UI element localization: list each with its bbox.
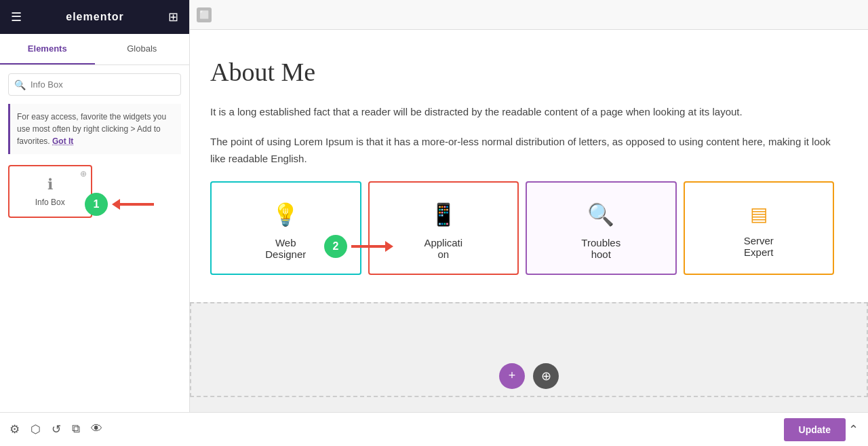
copy-icon[interactable]: ⧉	[72, 422, 80, 436]
panel-tabs: Elements Globals	[0, 34, 189, 65]
elementor-logo: elementor	[66, 11, 123, 23]
tab-globals[interactable]: Globals	[95, 34, 190, 64]
resize-handle[interactable]: ⬜	[197, 7, 212, 22]
card-application[interactable]: 📱 Application	[368, 181, 519, 275]
arrow-2	[351, 241, 393, 252]
canvas-para-1: It is a long established fact that a rea…	[210, 103, 834, 121]
search-bar: 🔍 Info Box	[8, 73, 181, 96]
tip-box: For easy access, favorite the widgets yo…	[8, 104, 181, 154]
panel-header: ☰ elementor ⊞	[0, 0, 189, 34]
canvas-top-bar: ⬜	[190, 0, 868, 30]
arrowhead-left	[112, 199, 120, 210]
canvas-area: ⬜ About Me It is a long established fact…	[190, 0, 868, 412]
card-label-1: Application	[424, 237, 462, 260]
info-cards-row: 💡 WebDesigner 📱 Application 🔍 Troublesho…	[210, 181, 834, 275]
got-it-link[interactable]: Got It	[52, 136, 73, 146]
toolbar-right: Update ⌃	[784, 418, 859, 441]
eye-icon[interactable]: 👁	[91, 422, 102, 436]
arrow-line-2	[351, 245, 385, 248]
infobox-icon: ℹ	[47, 176, 53, 193]
search-input[interactable]: Info Box	[8, 73, 181, 96]
card-server-expert[interactable]: ▤ ServerExpert	[684, 181, 835, 275]
toolbar-left: ⚙ ⬡ ↺ ⧉ 👁	[9, 422, 102, 436]
card-icon-3: ▤	[750, 203, 768, 225]
card-icon-0: 💡	[272, 202, 299, 227]
search-icon: 🔍	[14, 79, 26, 90]
canvas-para-2: The point of using Lorem Ipsum is that i…	[210, 133, 834, 168]
tip-text: For easy access, favorite the widgets yo…	[17, 112, 166, 146]
card-label-2: Troubleshoot	[581, 237, 620, 260]
card-icon-2: 🔍	[587, 202, 614, 227]
card-web-designer[interactable]: 💡 WebDesigner	[210, 181, 361, 275]
hamburger-icon[interactable]: ☰	[11, 10, 22, 24]
history-icon[interactable]: ↺	[52, 422, 61, 436]
layers-icon[interactable]: ⬡	[31, 422, 41, 436]
drag-handle-icon: ⊕	[80, 169, 87, 179]
card-icon-1: 📱	[430, 202, 457, 227]
arrow-2-group: 2	[324, 235, 393, 258]
badge-1: 1	[85, 193, 108, 216]
arrowhead-right	[385, 241, 393, 252]
infobox-label: Info Box	[35, 198, 65, 207]
tab-elements[interactable]: Elements	[0, 34, 95, 64]
widget-infobox[interactable]: ⊕ ℹ Info Box	[8, 165, 92, 218]
canvas-scroll[interactable]: About Me It is a long established fact t…	[190, 30, 868, 412]
chevron-up-icon[interactable]: ⌃	[848, 422, 859, 437]
folder-button[interactable]: ⊕	[533, 363, 559, 389]
card-troubleshoot[interactable]: 🔍 Troubleshoot	[526, 181, 677, 275]
settings-icon[interactable]: ⚙	[9, 422, 20, 436]
grid-icon[interactable]: ⊞	[168, 10, 178, 24]
badge-2: 2	[324, 235, 347, 258]
canvas-content: About Me It is a long established fact t…	[190, 30, 868, 302]
page-title: About Me	[210, 57, 834, 87]
arrow-1	[112, 199, 154, 210]
add-section-button[interactable]: +	[499, 363, 525, 389]
card-label-3: ServerExpert	[744, 235, 774, 258]
arrow-1-group: 1	[85, 193, 154, 216]
bottom-toolbar: ⚙ ⬡ ↺ ⧉ 👁 Update ⌃	[0, 412, 868, 446]
card-label-0: WebDesigner	[265, 237, 306, 260]
arrow-line-1	[120, 203, 154, 206]
canvas-gray-section: + ⊕	[190, 302, 868, 397]
update-button[interactable]: Update	[784, 418, 846, 441]
